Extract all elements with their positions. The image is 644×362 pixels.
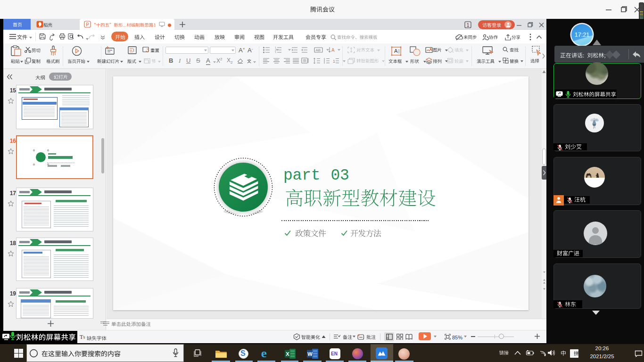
svg-text:3: 3	[275, 51, 276, 54]
svg-text:A: A	[331, 48, 335, 53]
svg-text:1: 1	[333, 59, 335, 64]
svg-text:P: P	[86, 22, 89, 27]
svg-text:A: A	[394, 48, 398, 54]
svg-text:W: W	[307, 351, 313, 357]
svg-text:1: 1	[467, 23, 470, 28]
svg-text:X: X	[286, 351, 289, 357]
svg-text:AB: AB	[316, 48, 321, 52]
svg-text:17:21: 17:21	[575, 32, 589, 38]
